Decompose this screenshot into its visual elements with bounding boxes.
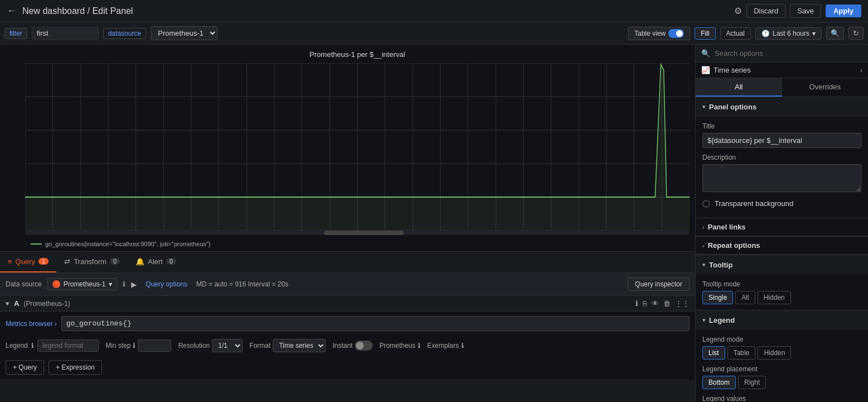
fill-button[interactable]: Fill <box>695 27 715 40</box>
search-options-input[interactable] <box>715 49 862 58</box>
metrics-browser-label: Metrics browser <box>6 320 53 328</box>
panel-description-input[interactable] <box>702 164 861 192</box>
legend-label: Legend <box>6 342 28 350</box>
query-content: Data source Prometheus-1 ▾ ℹ ▶ Query opt… <box>0 273 695 379</box>
time-range-picker[interactable]: 🕐 Last 6 hours ▾ <box>755 27 822 40</box>
query-a-info-icon[interactable]: ℹ <box>635 299 638 308</box>
datasource-label: Data source <box>6 280 42 288</box>
prometheus-info-icon: ℹ <box>418 342 421 350</box>
legend-modes: List Table Hidden <box>702 346 861 360</box>
viz-type-name: 📈 Time series <box>701 66 751 74</box>
legend-mode-label: Legend mode <box>702 336 861 343</box>
legend-text: go_goroutines{instance="localhost:9090",… <box>45 241 210 247</box>
add-expression-button[interactable]: + Expression <box>49 360 102 375</box>
resolution-field: Resolution 1/1 <box>178 339 243 352</box>
viz-type-label: Time series <box>713 66 751 74</box>
tab-alert[interactable]: 🔔 Alert 0 <box>128 251 184 272</box>
main-layout: Prometheus-1 per $__interval <box>0 45 868 402</box>
minstep-label: Min step <box>105 342 131 350</box>
exemplars-label: Exemplars <box>427 342 459 350</box>
tooltip-single-button[interactable]: Single <box>702 291 733 304</box>
viz-type-header: 📈 Time series › <box>696 63 868 78</box>
chart-svg: 35 34 33 32 31 30 05:45 06:00 06:15 06:3… <box>25 63 689 231</box>
panel-links-title: Panel links <box>708 223 746 231</box>
query-inspector-button[interactable]: Query inspector <box>628 277 689 291</box>
panel-options-content: Title Description Transparent background <box>696 117 868 218</box>
resolution-label: Resolution <box>178 342 210 350</box>
query-options-button[interactable]: Query options <box>142 279 191 290</box>
metrics-row: Metrics browser › <box>0 312 695 336</box>
tooltip-hidden-button[interactable]: Hidden <box>758 291 791 304</box>
minstep-input[interactable] <box>138 339 171 352</box>
panel-links-header[interactable]: › Panel links <box>696 218 868 236</box>
tab-all[interactable]: All <box>696 78 782 97</box>
tooltip-all-button[interactable]: All <box>735 291 755 304</box>
tooltip-title: Tooltip <box>709 261 732 269</box>
instant-field: Instant <box>332 341 373 351</box>
query-options-label: Query options <box>146 280 187 288</box>
legend-section-title: Legend <box>709 316 735 324</box>
query-a-eye-icon[interactable]: 👁 <box>652 299 659 308</box>
table-view-switch[interactable] <box>668 29 684 38</box>
legend-header[interactable]: ▾ Legend <box>696 310 868 330</box>
query-a-delete-icon[interactable]: 🗑 <box>663 299 671 308</box>
legend-right-button[interactable]: Right <box>738 376 766 389</box>
legend-table-button[interactable]: Table <box>727 346 756 360</box>
settings-icon[interactable]: ⚙ <box>734 6 742 16</box>
actual-button[interactable]: Actual <box>720 27 751 40</box>
legend-hidden-button[interactable]: Hidden <box>758 346 791 360</box>
tooltip-header[interactable]: ▾ Tooltip <box>696 255 868 275</box>
datasource-select[interactable]: Prometheus-1 <box>151 26 218 40</box>
resolution-select[interactable]: 1/1 <box>212 339 243 352</box>
panel-title-input[interactable] <box>702 133 861 148</box>
minstep-info-icon: ℹ <box>133 342 136 350</box>
chevron-down-icon: ▾ <box>109 280 112 288</box>
panel-options-header[interactable]: ▾ Panel options <box>696 97 868 117</box>
zoom-button[interactable]: 🔍 <box>826 27 844 40</box>
save-button[interactable]: Save <box>790 4 821 18</box>
back-button[interactable]: ← <box>7 5 17 17</box>
format-select[interactable]: Time series <box>273 339 326 352</box>
tab-overrides[interactable]: Overrides <box>782 78 869 97</box>
query-a-copy-icon[interactable]: ⎘ <box>643 299 647 308</box>
legend-placement-label: Legend placement <box>702 365 861 373</box>
refresh-button[interactable]: ↻ <box>848 27 864 40</box>
legend-options-row: Legend ℹ Min step ℹ Resolution 1/1 <box>0 336 695 356</box>
query-a-actions: ℹ ⎘ 👁 🗑 ⋮⋮ <box>635 299 689 308</box>
filter-input[interactable] <box>32 27 99 40</box>
info-icon: ℹ <box>123 280 126 288</box>
legend-format-input[interactable] <box>37 339 99 352</box>
bottom-actions: + Query + Expression <box>0 356 695 379</box>
metrics-query-input[interactable] <box>61 316 689 331</box>
apply-button[interactable]: Apply <box>826 4 861 17</box>
query-a-drag-icon[interactable]: ⋮⋮ <box>675 299 689 308</box>
instant-toggle[interactable] <box>355 341 373 351</box>
panel-links-section: › Panel links <box>696 218 868 237</box>
tooltip-content: Tooltip mode Single All Hidden <box>696 275 868 310</box>
query-tab-icon: ≡ <box>8 257 12 266</box>
datasource-badge: datasource <box>103 28 146 39</box>
query-a-collapse[interactable]: ▾ <box>6 299 9 308</box>
add-query-button[interactable]: + Query <box>6 360 44 375</box>
legend-bottom-button[interactable]: Bottom <box>702 376 736 389</box>
tab-transform[interactable]: ⇄ Transform 0 <box>56 251 128 272</box>
repeat-options-section: › Repeat options <box>696 237 868 255</box>
time-range-label: Last 6 hours <box>773 30 809 37</box>
transparent-bg-checkbox[interactable] <box>702 200 710 208</box>
legend-content: Legend mode List Table Hidden Legend pla… <box>696 330 868 402</box>
query-a-row: ▾ A (Prometheus-1) ℹ ⎘ 👁 🗑 ⋮⋮ <box>0 296 695 312</box>
datasource-picker[interactable]: Prometheus-1 ▾ <box>47 278 117 290</box>
repeat-options-header[interactable]: › Repeat options <box>696 237 868 255</box>
legend-chevron: ▾ <box>702 317 706 324</box>
table-view-toggle[interactable]: Table view <box>628 27 690 40</box>
legend-list-button[interactable]: List <box>702 346 725 360</box>
top-header: ← New dashboard / Edit Panel ⚙ Discard S… <box>0 0 868 22</box>
panel-options-title: Panel options <box>709 103 756 111</box>
transform-tab-badge: 0 <box>110 258 120 265</box>
tab-query[interactable]: ≡ Query 1 <box>0 251 56 272</box>
legend-color-line <box>31 243 42 245</box>
chevron-right-icon: › <box>55 320 57 328</box>
chevron-down-icon: ▾ <box>812 30 816 37</box>
metrics-browser-button[interactable]: Metrics browser › <box>6 320 57 328</box>
discard-button[interactable]: Discard <box>746 4 785 18</box>
